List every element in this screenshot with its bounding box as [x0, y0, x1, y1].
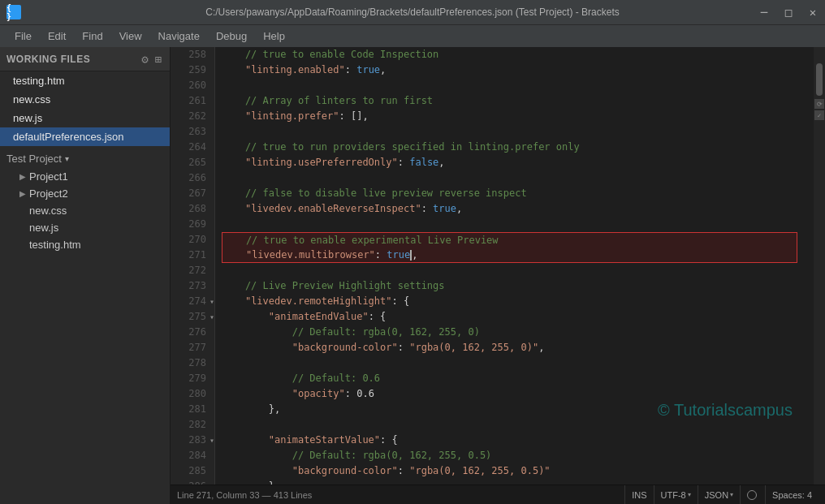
- encoding-chevron: ▾: [688, 491, 691, 498]
- code-line-267: // false to disable live preview reverse…: [222, 186, 814, 201]
- inspection-circle: [747, 490, 757, 500]
- code-line-265: "linting.usePreferredOnly": false,: [222, 155, 814, 170]
- line-num-278: 278: [171, 355, 214, 371]
- line-num-281: 281: [171, 402, 214, 417]
- status-position: Line 271, Column 33 — 413 Lines: [177, 490, 624, 500]
- tree-project2[interactable]: ▶ Project2: [0, 185, 170, 202]
- code-line-280: "opacity": 0.6: [222, 386, 814, 402]
- line-num-267: 267: [171, 186, 214, 201]
- sidebar-header-icons: ⚙ ⊞: [140, 51, 163, 67]
- line-num-266: 266: [171, 170, 214, 186]
- line-num-275: 275: [171, 309, 214, 325]
- line-num-270: 270: [171, 232, 214, 248]
- tree-file-new-js[interactable]: new.js: [0, 219, 170, 236]
- line-num-286: 286: [171, 479, 214, 485]
- code-line-273: // Live Preview Highlight settings: [222, 278, 814, 294]
- status-encoding[interactable]: UTF-8 ▾: [654, 485, 698, 505]
- code-line-274: "livedev.remoteHighlight": {: [222, 294, 814, 309]
- editor-scrollbar[interactable]: ⟳ ✓: [814, 47, 825, 485]
- code-line-279: // Default: 0.6: [222, 371, 814, 386]
- live-preview-icon[interactable]: ⟳: [814, 99, 824, 109]
- line-num-282: 282: [171, 417, 214, 433]
- line-num-258: 258: [171, 47, 214, 62]
- code-line-258: // true to enable Code Inspection: [222, 47, 814, 62]
- window-title: C:/Users/pawanys/AppData/Roaming/Bracket…: [205, 6, 620, 18]
- menu-help[interactable]: Help: [255, 25, 293, 47]
- menu-edit[interactable]: Edit: [40, 25, 74, 47]
- code-line-262: "linting.prefer": [],: [222, 109, 814, 124]
- tree-file-new-css[interactable]: new.css: [0, 202, 170, 219]
- spaces-label: Spaces: 4: [772, 490, 812, 500]
- line-num-260: 260: [171, 78, 214, 93]
- line-num-280: 280: [171, 386, 214, 402]
- status-ins[interactable]: INS: [624, 485, 653, 505]
- line-num-277: 277: [171, 340, 214, 355]
- maximize-button[interactable]: □: [776, 0, 801, 24]
- line-count: 413 Lines: [274, 490, 313, 500]
- code-line-285: "background-color": "rgba(0, 162, 255, 0…: [222, 463, 814, 479]
- line-num-269: 269: [171, 217, 214, 232]
- line-num-284: 284: [171, 448, 214, 463]
- status-syntax[interactable]: JSON ▾: [698, 485, 740, 505]
- code-line-259: "linting.enabled": true,: [222, 62, 814, 78]
- code-content[interactable]: // true to enable Code Inspection "linti…: [215, 47, 814, 485]
- working-files-header: Working Files ⚙ ⊞: [0, 47, 170, 71]
- status-bar: Line 271, Column 33 — 413 Lines INS UTF-…: [171, 485, 825, 504]
- code-line-269: [222, 217, 814, 232]
- code-line-275: "animateEndValue": {: [222, 309, 814, 325]
- tree-project2-label: Project2: [29, 187, 68, 200]
- project-header[interactable]: Test Project ▾: [0, 146, 170, 168]
- menu-file[interactable]: File: [6, 25, 40, 47]
- status-inspection[interactable]: [740, 485, 765, 505]
- inspection-icon[interactable]: ✓: [814, 110, 824, 120]
- menu-navigate[interactable]: Navigate: [150, 25, 208, 47]
- scrollbar-icons: ⟳ ✓: [814, 99, 825, 120]
- code-line-278: [222, 355, 814, 371]
- tree-project1[interactable]: ▶ Project1: [0, 168, 170, 185]
- code-line-260: [222, 78, 814, 93]
- menu-bar: File Edit Find View Navigate Debug Help: [0, 24, 825, 47]
- line-num-271: 271: [171, 248, 214, 263]
- tree-file-testing-htm[interactable]: testing.htm: [0, 236, 170, 253]
- code-line-263: [222, 124, 814, 140]
- close-button[interactable]: ✕: [801, 0, 825, 24]
- line-num-265: 265: [171, 155, 214, 170]
- menu-find[interactable]: Find: [74, 25, 110, 47]
- line-num-276: 276: [171, 325, 214, 340]
- code-line-276: // Default: rgba(0, 162, 255, 0): [222, 325, 814, 340]
- code-editor[interactable]: 258 259 260 261 262 263 264 265 266 267 …: [171, 47, 825, 485]
- triangle-icon: ▶: [19, 189, 26, 198]
- editor-area: 258 259 260 261 262 263 264 265 266 267 …: [171, 47, 825, 504]
- project-arrow: ▾: [65, 154, 69, 163]
- code-line-271: "livedev.multibrowser": true,: [222, 248, 797, 263]
- file-testing-htm[interactable]: testing.htm: [0, 71, 170, 90]
- encoding-label: UTF-8: [661, 490, 686, 500]
- window-controls: ─ □ ✕: [752, 0, 825, 24]
- menu-debug[interactable]: Debug: [208, 25, 255, 47]
- syntax-chevron: ▾: [730, 491, 733, 498]
- ins-label: INS: [632, 490, 646, 500]
- code-line-264: // true to run providers specified in li…: [222, 140, 814, 155]
- code-line-286: },: [222, 479, 814, 485]
- settings-icon[interactable]: ⚙: [140, 51, 149, 67]
- file-new-css-top[interactable]: new.css: [0, 90, 170, 109]
- scrollbar-thumb[interactable]: [816, 63, 823, 96]
- line-num-262: 262: [171, 109, 214, 124]
- line-num-285: 285: [171, 463, 214, 479]
- split-icon[interactable]: ⊞: [153, 51, 163, 67]
- code-line-261: // Array of linters to run first: [222, 93, 814, 109]
- file-new-js-top[interactable]: new.js: [0, 109, 170, 127]
- code-line-284: // Default: rgba(0, 162, 255, 0.5): [222, 448, 814, 463]
- line-num-268: 268: [171, 201, 214, 217]
- title-bar: { } C:/Users/pawanys/AppData/Roaming/Bra…: [0, 0, 825, 24]
- menu-view[interactable]: View: [111, 25, 150, 47]
- code-line-266: [222, 170, 814, 186]
- status-spaces[interactable]: Spaces: 4: [765, 485, 819, 505]
- working-files-title: Working Files: [6, 54, 90, 65]
- line-num-283: 283: [171, 433, 214, 448]
- file-default-preferences[interactable]: defaultPreferences.json: [0, 127, 170, 146]
- code-line-281: },: [222, 402, 814, 417]
- main-layout: Working Files ⚙ ⊞ testing.htm new.css ne…: [0, 47, 825, 504]
- minimize-button[interactable]: ─: [752, 0, 776, 24]
- line-num-261: 261: [171, 93, 214, 109]
